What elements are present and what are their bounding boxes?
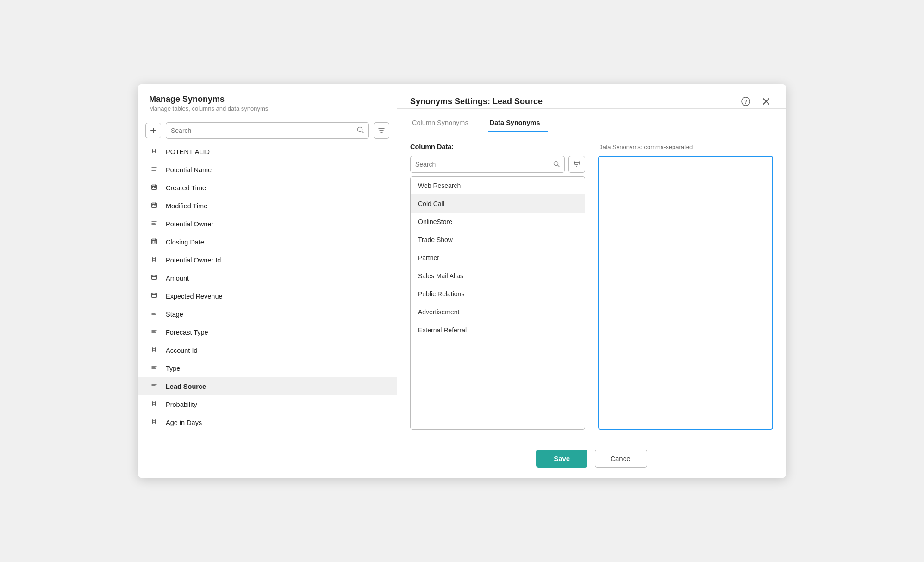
svg-line-7 [152, 149, 153, 153]
left-search-row [138, 117, 397, 143]
data-list-item-partner[interactable]: Partner [411, 249, 585, 267]
column-data-section: Column Data: [410, 143, 585, 430]
item-icon-amount [149, 274, 159, 282]
add-button[interactable] [145, 123, 161, 138]
left-list-item-forecast-type[interactable]: Forecast Type [138, 323, 397, 341]
data-list-item-public-relations[interactable]: Public Relations [411, 285, 585, 303]
item-label-modified-time: Modified Time [166, 202, 207, 210]
item-label-type: Type [166, 365, 180, 372]
svg-rect-25 [152, 206, 153, 206]
item-icon-age-in-days [149, 418, 159, 426]
item-label-account-id: Account Id [166, 347, 198, 354]
right-panel: Synonyms Settings: Lead Source ? Column … [397, 84, 786, 478]
svg-rect-18 [152, 187, 153, 188]
left-search-input[interactable] [171, 127, 355, 134]
svg-rect-27 [155, 206, 156, 206]
column-data-label: Column Data: [410, 143, 585, 150]
columns-row: Column Data: [410, 143, 773, 430]
left-list-item-stage[interactable]: Stage [138, 305, 397, 323]
item-label-potential-owner-id: Potential Owner Id [166, 256, 221, 264]
data-synonyms-section: Data Synonyms: comma-separated [598, 143, 773, 430]
item-label-potential-name: Potential Name [166, 166, 212, 174]
svg-text:?: ? [744, 99, 747, 105]
left-list-item-type[interactable]: Type [138, 359, 397, 377]
left-list-item-closing-date[interactable]: Closing Date [138, 233, 397, 251]
item-icon-stage [149, 310, 159, 318]
svg-line-57 [155, 347, 156, 352]
modal-wrapper: Manage Synonyms Manage tables, columns a… [138, 84, 786, 478]
item-label-created-time: Created Time [166, 184, 206, 192]
item-icon-modified-time [149, 202, 159, 210]
left-search-box [166, 122, 369, 139]
left-list-item-amount[interactable]: Amount [138, 269, 397, 287]
filter-button[interactable] [374, 122, 389, 139]
svg-line-56 [152, 347, 153, 352]
left-list-item-created-time[interactable]: Created Time [138, 179, 397, 197]
left-list-item-potentialid[interactable]: POTENTIALID [138, 143, 397, 161]
close-button[interactable] [759, 94, 773, 108]
search-icon [357, 126, 364, 135]
left-list-item-potential-owner-id[interactable]: Potential Owner Id [138, 251, 397, 269]
svg-rect-37 [155, 242, 156, 243]
svg-line-71 [155, 419, 156, 424]
data-search-icon [553, 161, 560, 169]
item-icon-closing-date [149, 238, 159, 246]
svg-rect-35 [152, 242, 153, 243]
cancel-button[interactable]: Cancel [595, 450, 647, 468]
left-list-item-potential-owner[interactable]: Potential Owner [138, 215, 397, 233]
tab-column-synonyms[interactable]: Column Synonyms [410, 114, 477, 132]
data-list-item-external-referral[interactable]: External Referral [411, 321, 585, 339]
data-list-item-online-store[interactable]: OnlineStore [411, 213, 585, 231]
right-panel-header: Synonyms Settings: Lead Source ? [397, 84, 786, 109]
svg-line-39 [155, 257, 156, 262]
svg-line-38 [152, 257, 153, 262]
data-list: Web ResearchCold CallOnlineStoreTrade Sh… [410, 176, 585, 430]
left-list: POTENTIALID Potential Name Created Time … [138, 143, 397, 478]
save-button[interactable]: Save [536, 450, 587, 468]
svg-rect-26 [154, 206, 155, 206]
left-list-item-expected-revenue[interactable]: Expected Revenue [138, 287, 397, 305]
data-list-item-advertisement[interactable]: Advertisement [411, 303, 585, 321]
synonyms-textarea[interactable] [598, 156, 773, 430]
svg-rect-36 [154, 242, 155, 243]
left-list-item-lead-source[interactable]: Lead Source [138, 377, 397, 395]
left-list-item-account-id[interactable]: Account Id [138, 341, 397, 359]
sort-button[interactable] [568, 156, 585, 173]
data-list-item-sales-mail-alias[interactable]: Sales Mail Alias [411, 267, 585, 285]
data-search-row [410, 156, 585, 173]
data-list-item-web-research[interactable]: Web Research [411, 177, 585, 195]
data-search-box [410, 156, 565, 173]
data-list-wrapper: Web ResearchCold CallOnlineStoreTrade Sh… [410, 156, 585, 430]
item-icon-account-id [149, 346, 159, 354]
right-panel-body: Column Data: [397, 132, 786, 437]
svg-line-67 [155, 401, 156, 406]
svg-line-8 [155, 149, 156, 153]
tab-data-synonyms[interactable]: Data Synonyms [488, 114, 549, 132]
svg-line-70 [152, 419, 153, 424]
svg-rect-46 [152, 293, 157, 298]
left-panel-title: Manage Synonyms [149, 94, 386, 104]
svg-rect-1 [150, 130, 156, 131]
svg-line-79 [558, 165, 560, 167]
item-label-potentialid: POTENTIALID [166, 148, 210, 156]
item-icon-created-time [149, 184, 159, 192]
item-icon-type [149, 364, 159, 372]
item-icon-potential-name [149, 166, 159, 174]
data-search-input[interactable] [415, 161, 553, 168]
left-list-item-probability[interactable]: Probability [138, 395, 397, 413]
left-panel: Manage Synonyms Manage tables, columns a… [138, 84, 397, 478]
help-button[interactable]: ? [739, 94, 753, 108]
item-icon-forecast-type [149, 328, 159, 336]
svg-rect-20 [155, 187, 156, 188]
data-synonyms-label: Data Synonyms: comma-separated [598, 143, 773, 150]
left-list-item-age-in-days[interactable]: Age in Days [138, 413, 397, 431]
item-label-amount: Amount [166, 275, 189, 282]
item-label-forecast-type: Forecast Type [166, 329, 208, 336]
header-actions: ? [739, 94, 773, 108]
left-list-item-modified-time[interactable]: Modified Time [138, 197, 397, 215]
tabs-row: Column SynonymsData Synonyms [397, 114, 786, 132]
left-list-item-potential-name[interactable]: Potential Name [138, 161, 397, 179]
left-panel-header: Manage Synonyms Manage tables, columns a… [138, 84, 397, 117]
data-list-item-cold-call[interactable]: Cold Call [411, 195, 585, 213]
data-list-item-trade-show[interactable]: Trade Show [411, 231, 585, 249]
